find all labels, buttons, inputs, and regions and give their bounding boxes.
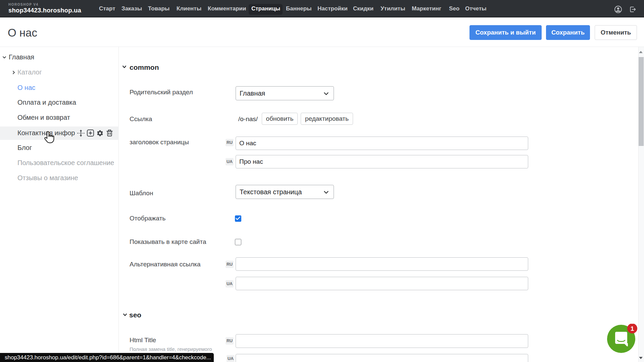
svg-text:1: 1 <box>631 325 634 332</box>
